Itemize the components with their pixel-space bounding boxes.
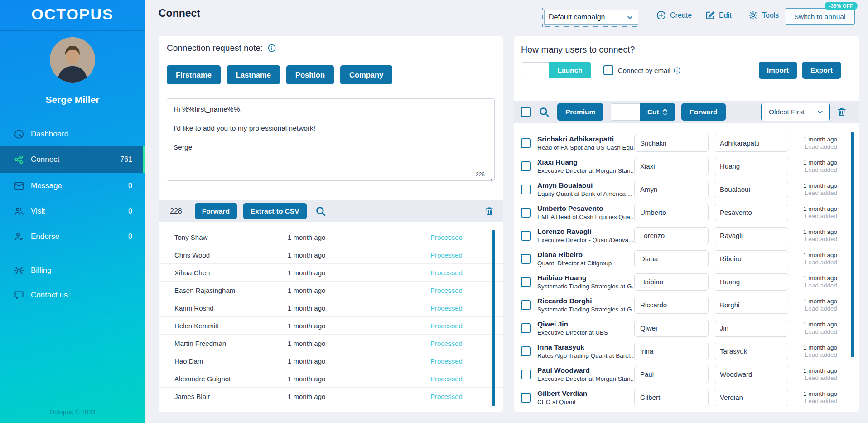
- contact-firstname-input[interactable]: [634, 135, 709, 152]
- variable-button[interactable]: Position: [286, 65, 334, 84]
- info-icon[interactable]: [673, 67, 681, 74]
- contact-firstname-input[interactable]: [634, 297, 709, 314]
- contact-checkbox[interactable]: [521, 370, 531, 379]
- extract-to-csv-button[interactable]: Extract to CSV: [243, 203, 307, 219]
- contact-lastname-input[interactable]: [714, 343, 788, 360]
- contact-checkbox[interactable]: [521, 277, 531, 287]
- note-textarea-wrap: 226: [167, 98, 495, 181]
- forward-button[interactable]: Forward: [195, 203, 237, 219]
- contact-checkbox[interactable]: [521, 300, 531, 310]
- contact-checkbox[interactable]: [521, 208, 531, 218]
- contact-lastname-input[interactable]: [714, 389, 788, 406]
- export-button[interactable]: Export: [802, 62, 841, 79]
- contact-checkbox[interactable]: [521, 231, 531, 241]
- contact-name: Srichakri Adhikarapatti: [537, 135, 634, 143]
- contact-lastname-input[interactable]: [714, 366, 788, 383]
- sidebar-item-endorse[interactable]: Endorse 0: [0, 226, 145, 248]
- processed-scrollbar[interactable]: [492, 230, 495, 406]
- processed-time: 1 month ago: [288, 233, 430, 241]
- contact-firstname-input[interactable]: [634, 227, 709, 244]
- discount-badge: -35% OFF: [825, 2, 858, 10]
- contact-firstname-input[interactable]: [634, 204, 709, 221]
- contact-title: Equity Quant at Bank of America ...: [537, 190, 634, 197]
- contacts-scrollbar[interactable]: [851, 132, 854, 357]
- sidebar-item-label: Contact us: [31, 291, 68, 300]
- search-icon[interactable]: [315, 205, 327, 217]
- search-icon[interactable]: [538, 106, 550, 118]
- contact-firstname-input[interactable]: [634, 366, 709, 383]
- processed-status: Processed: [430, 233, 463, 241]
- processed-status: Processed: [430, 375, 463, 383]
- info-icon[interactable]: [267, 44, 276, 53]
- contact-meta: 1 month ago Lead added: [788, 367, 837, 381]
- note-textarea[interactable]: [167, 98, 495, 181]
- sidebar-item-billing[interactable]: Billing: [0, 260, 145, 281]
- processed-time: 1 month ago: [288, 357, 430, 365]
- contact-lastname-input[interactable]: [714, 297, 788, 314]
- contact-checkbox[interactable]: [521, 138, 531, 148]
- cut-button[interactable]: Cut: [640, 103, 675, 121]
- trash-icon[interactable]: [836, 107, 847, 117]
- premium-button[interactable]: Premium: [557, 103, 603, 121]
- sort-select[interactable]: Oldest First: [761, 103, 830, 121]
- contact-checkbox[interactable]: [521, 346, 531, 356]
- sidebar-item-message[interactable]: Message 0: [0, 175, 145, 197]
- contact-lastname-input[interactable]: [714, 181, 788, 198]
- contact-checkbox[interactable]: [521, 393, 531, 403]
- processed-count: 228: [170, 207, 182, 215]
- import-button[interactable]: Import: [759, 62, 797, 79]
- connect-by-email-checkbox[interactable]: [603, 65, 613, 75]
- variable-button[interactable]: Firstname: [167, 65, 221, 84]
- contact-lastname-input[interactable]: [714, 273, 788, 291]
- tools-button[interactable]: Tools: [748, 10, 779, 20]
- contact-status: Lead added: [788, 190, 837, 196]
- contact-lastname-input[interactable]: [714, 158, 788, 175]
- cut-stepper[interactable]: [662, 108, 668, 116]
- processed-name: Tony Shaw: [174, 233, 288, 241]
- contact-firstname-input[interactable]: [634, 389, 709, 406]
- contact-checkbox[interactable]: [521, 161, 531, 171]
- contact-firstname-input[interactable]: [634, 273, 709, 291]
- processed-status: Processed: [430, 269, 463, 277]
- contact-lastname-input[interactable]: [714, 320, 788, 337]
- campaign-select[interactable]: Default campaign: [544, 10, 638, 25]
- processed-name: Helen Kemmitt: [174, 322, 288, 330]
- connection-note-panel: Connection request note: Firstname Lastn…: [159, 36, 503, 412]
- contact-lastname-input[interactable]: [714, 135, 788, 152]
- contact-firstname-input[interactable]: [634, 320, 709, 337]
- cut-count-input[interactable]: [611, 103, 640, 121]
- contact-identity: Irina Tarasyuk Rates Algo Trading Quant …: [537, 343, 634, 359]
- forward-button[interactable]: Forward: [681, 103, 725, 121]
- contact-checkbox[interactable]: [521, 323, 531, 333]
- contact-firstname-input[interactable]: [634, 343, 709, 360]
- trash-icon[interactable]: [484, 206, 495, 217]
- edit-button[interactable]: Edit: [705, 10, 732, 20]
- contact-time: 1 month ago: [788, 275, 837, 282]
- launch-button[interactable]: Launch: [549, 62, 591, 78]
- stepper-down-icon[interactable]: [662, 112, 668, 116]
- select-all-checkbox[interactable]: [521, 107, 531, 117]
- contact-checkbox[interactable]: [521, 185, 531, 194]
- variable-button[interactable]: Lastname: [227, 65, 280, 84]
- contact-firstname-input[interactable]: [634, 181, 709, 198]
- sidebar-item-dashboard[interactable]: Dashboard: [0, 123, 145, 145]
- contact-firstname-input[interactable]: [634, 158, 709, 175]
- variable-button[interactable]: Company: [340, 65, 392, 84]
- contact-lastname-input[interactable]: [714, 204, 788, 221]
- contact-firstname-input[interactable]: [634, 250, 709, 267]
- contact-checkbox[interactable]: [521, 254, 531, 264]
- sidebar-item-connect[interactable]: Connect 761: [0, 146, 145, 173]
- contact-lastname-input[interactable]: [714, 227, 788, 244]
- cut-control: Cut: [611, 103, 675, 121]
- create-button[interactable]: Create: [656, 10, 692, 20]
- sidebar-item-visit[interactable]: Visit 0: [0, 200, 145, 222]
- users-count-input[interactable]: [521, 62, 549, 78]
- contact-lastname-input[interactable]: [714, 250, 788, 267]
- contact-status: Lead added: [788, 236, 837, 243]
- processed-status: Processed: [430, 357, 463, 365]
- switch-to-annual-button[interactable]: Switch to annual: [785, 8, 855, 25]
- processed-name: Alexandre Guignot: [174, 375, 288, 383]
- stepper-up-icon[interactable]: [662, 108, 668, 112]
- processed-status: Processed: [430, 287, 463, 294]
- sidebar-item-contact-us[interactable]: Contact us: [0, 285, 145, 306]
